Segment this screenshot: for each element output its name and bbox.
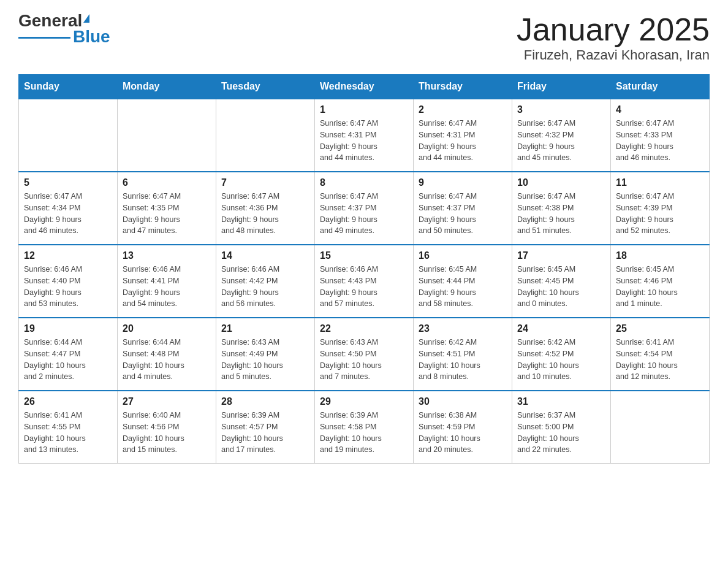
day-number: 14 [221, 250, 309, 261]
day-number: 27 [123, 396, 211, 407]
day-number: 21 [221, 323, 309, 334]
calendar-cell: 5Sunrise: 6:47 AMSunset: 4:34 PMDaylight… [19, 172, 118, 245]
day-number: 15 [320, 250, 408, 261]
day-info: Sunrise: 6:47 AMSunset: 4:36 PMDaylight:… [221, 191, 309, 237]
calendar-cell: 23Sunrise: 6:42 AMSunset: 4:51 PMDayligh… [414, 318, 512, 391]
logo-blue: Blue [73, 28, 110, 45]
calendar-cell: 1Sunrise: 6:47 AMSunset: 4:31 PMDaylight… [315, 99, 414, 172]
logo-triangle-icon [83, 14, 89, 23]
day-number: 19 [24, 323, 112, 334]
day-info: Sunrise: 6:41 AMSunset: 4:54 PMDaylight:… [616, 337, 704, 383]
day-info: Sunrise: 6:42 AMSunset: 4:52 PMDaylight:… [517, 337, 605, 383]
day-number: 12 [24, 250, 112, 261]
calendar-cell: 3Sunrise: 6:47 AMSunset: 4:32 PMDaylight… [512, 99, 611, 172]
day-info: Sunrise: 6:47 AMSunset: 4:32 PMDaylight:… [517, 118, 605, 164]
calendar-cell: 6Sunrise: 6:47 AMSunset: 4:35 PMDaylight… [118, 172, 216, 245]
calendar-cell: 7Sunrise: 6:47 AMSunset: 4:36 PMDaylight… [216, 172, 315, 245]
weekday-header-saturday: Saturday [611, 75, 710, 99]
calendar-table: SundayMondayTuesdayWednesdayThursdayFrid… [18, 74, 710, 464]
day-number: 22 [320, 323, 408, 334]
calendar-cell: 12Sunrise: 6:46 AMSunset: 4:40 PMDayligh… [19, 245, 118, 318]
calendar-cell [118, 99, 216, 172]
day-number: 8 [320, 177, 408, 188]
day-info: Sunrise: 6:43 AMSunset: 4:49 PMDaylight:… [221, 337, 309, 383]
day-info: Sunrise: 6:46 AMSunset: 4:41 PMDaylight:… [123, 264, 211, 310]
day-info: Sunrise: 6:45 AMSunset: 4:46 PMDaylight:… [616, 264, 704, 310]
weekday-header-friday: Friday [512, 75, 611, 99]
day-info: Sunrise: 6:46 AMSunset: 4:42 PMDaylight:… [221, 264, 309, 310]
day-info: Sunrise: 6:47 AMSunset: 4:37 PMDaylight:… [320, 191, 408, 237]
calendar-cell: 8Sunrise: 6:47 AMSunset: 4:37 PMDaylight… [315, 172, 414, 245]
calendar-subtitle: Firuzeh, Razavi Khorasan, Iran [517, 47, 710, 63]
calendar-cell: 10Sunrise: 6:47 AMSunset: 4:38 PMDayligh… [512, 172, 611, 245]
calendar-cell: 20Sunrise: 6:44 AMSunset: 4:48 PMDayligh… [118, 318, 216, 391]
day-info: Sunrise: 6:46 AMSunset: 4:40 PMDaylight:… [24, 264, 112, 310]
calendar-cell: 4Sunrise: 6:47 AMSunset: 4:33 PMDaylight… [611, 99, 710, 172]
calendar-cell: 17Sunrise: 6:45 AMSunset: 4:45 PMDayligh… [512, 245, 611, 318]
day-info: Sunrise: 6:43 AMSunset: 4:50 PMDaylight:… [320, 337, 408, 383]
calendar-cell: 9Sunrise: 6:47 AMSunset: 4:37 PMDaylight… [414, 172, 512, 245]
calendar-cell: 19Sunrise: 6:44 AMSunset: 4:47 PMDayligh… [19, 318, 118, 391]
day-number: 4 [616, 104, 704, 115]
calendar-cell: 27Sunrise: 6:40 AMSunset: 4:56 PMDayligh… [118, 391, 216, 464]
calendar-cell: 24Sunrise: 6:42 AMSunset: 4:52 PMDayligh… [512, 318, 611, 391]
day-info: Sunrise: 6:42 AMSunset: 4:51 PMDaylight:… [419, 337, 507, 383]
calendar-cell: 22Sunrise: 6:43 AMSunset: 4:50 PMDayligh… [315, 318, 414, 391]
logo-line [18, 37, 70, 39]
day-number: 17 [517, 250, 605, 261]
week-row-4: 19Sunrise: 6:44 AMSunset: 4:47 PMDayligh… [19, 318, 710, 391]
calendar-header: SundayMondayTuesdayWednesdayThursdayFrid… [19, 75, 710, 99]
day-info: Sunrise: 6:47 AMSunset: 4:31 PMDaylight:… [419, 118, 507, 164]
week-row-5: 26Sunrise: 6:41 AMSunset: 4:55 PMDayligh… [19, 391, 710, 464]
day-number: 1 [320, 104, 408, 115]
calendar-cell: 25Sunrise: 6:41 AMSunset: 4:54 PMDayligh… [611, 318, 710, 391]
calendar-cell: 13Sunrise: 6:46 AMSunset: 4:41 PMDayligh… [118, 245, 216, 318]
calendar-cell [216, 99, 315, 172]
logo: General Blue [18, 12, 110, 45]
calendar-cell: 28Sunrise: 6:39 AMSunset: 4:57 PMDayligh… [216, 391, 315, 464]
day-number: 2 [419, 104, 507, 115]
day-info: Sunrise: 6:47 AMSunset: 4:38 PMDaylight:… [517, 191, 605, 237]
day-number: 24 [517, 323, 605, 334]
day-number: 30 [419, 396, 507, 407]
calendar-cell: 11Sunrise: 6:47 AMSunset: 4:39 PMDayligh… [611, 172, 710, 245]
day-number: 20 [123, 323, 211, 334]
day-info: Sunrise: 6:40 AMSunset: 4:56 PMDaylight:… [123, 410, 211, 456]
week-row-3: 12Sunrise: 6:46 AMSunset: 4:40 PMDayligh… [19, 245, 710, 318]
day-number: 23 [419, 323, 507, 334]
day-number: 7 [221, 177, 309, 188]
weekday-header-thursday: Thursday [414, 75, 512, 99]
calendar-cell [19, 99, 118, 172]
day-info: Sunrise: 6:44 AMSunset: 4:48 PMDaylight:… [123, 337, 211, 383]
day-info: Sunrise: 6:47 AMSunset: 4:34 PMDaylight:… [24, 191, 112, 237]
calendar-cell: 31Sunrise: 6:37 AMSunset: 5:00 PMDayligh… [512, 391, 611, 464]
day-number: 13 [123, 250, 211, 261]
day-info: Sunrise: 6:45 AMSunset: 4:44 PMDaylight:… [419, 264, 507, 310]
calendar-cell: 16Sunrise: 6:45 AMSunset: 4:44 PMDayligh… [414, 245, 512, 318]
day-info: Sunrise: 6:47 AMSunset: 4:31 PMDaylight:… [320, 118, 408, 164]
day-info: Sunrise: 6:39 AMSunset: 4:57 PMDaylight:… [221, 410, 309, 456]
day-number: 5 [24, 177, 112, 188]
day-info: Sunrise: 6:47 AMSunset: 4:33 PMDaylight:… [616, 118, 704, 164]
calendar-title: January 2025 [517, 12, 710, 47]
calendar-cell: 30Sunrise: 6:38 AMSunset: 4:59 PMDayligh… [414, 391, 512, 464]
calendar-cell: 18Sunrise: 6:45 AMSunset: 4:46 PMDayligh… [611, 245, 710, 318]
day-number: 11 [616, 177, 704, 188]
day-number: 28 [221, 396, 309, 407]
calendar-body: 1Sunrise: 6:47 AMSunset: 4:31 PMDaylight… [19, 99, 710, 464]
day-info: Sunrise: 6:46 AMSunset: 4:43 PMDaylight:… [320, 264, 408, 310]
weekday-header-sunday: Sunday [19, 75, 118, 99]
day-info: Sunrise: 6:37 AMSunset: 5:00 PMDaylight:… [517, 410, 605, 456]
title-block: January 2025 Firuzeh, Razavi Khorasan, I… [517, 12, 710, 63]
day-number: 26 [24, 396, 112, 407]
day-number: 25 [616, 323, 704, 334]
calendar-cell: 14Sunrise: 6:46 AMSunset: 4:42 PMDayligh… [216, 245, 315, 318]
day-info: Sunrise: 6:38 AMSunset: 4:59 PMDaylight:… [419, 410, 507, 456]
calendar-cell: 15Sunrise: 6:46 AMSunset: 4:43 PMDayligh… [315, 245, 414, 318]
calendar-cell: 2Sunrise: 6:47 AMSunset: 4:31 PMDaylight… [414, 99, 512, 172]
calendar-cell [611, 391, 710, 464]
day-info: Sunrise: 6:47 AMSunset: 4:35 PMDaylight:… [123, 191, 211, 237]
day-number: 18 [616, 250, 704, 261]
day-number: 29 [320, 396, 408, 407]
day-info: Sunrise: 6:44 AMSunset: 4:47 PMDaylight:… [24, 337, 112, 383]
